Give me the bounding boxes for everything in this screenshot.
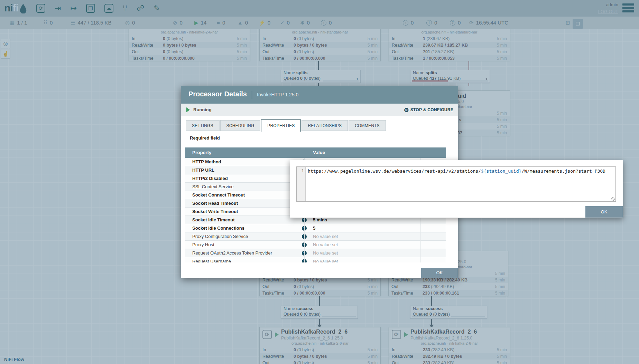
run-status-text: Running [193, 107, 212, 112]
column-value: Value [313, 147, 325, 158]
nifi-app: org.apache.nifi - nifi-kafka-2-6-nar In0… [0, 0, 639, 364]
running-play-icon [186, 107, 192, 112]
expression-variable: station_uuid [487, 169, 519, 174]
resize-handle-icon[interactable] [611, 197, 615, 201]
dialog-header: Processor Details InvokeHTTP 1.25.0 [181, 86, 458, 104]
tab-scheduling[interactable]: SCHEDULING [220, 120, 261, 131]
title-separator [252, 91, 252, 99]
gear-icon: ⚙ [404, 107, 409, 113]
dialog-ok-button[interactable]: OK [421, 268, 458, 278]
editor-ok-button[interactable]: OK [585, 206, 623, 218]
dialog-title: Processor Details [188, 90, 247, 98]
column-property: Property [192, 147, 212, 158]
dialog-subtitle: InvokeHTTP 1.25.0 [257, 92, 298, 97]
line-number-gutter: 1 [297, 167, 306, 201]
tab-underline [186, 132, 453, 132]
line-number: 1 [301, 168, 304, 173]
tab-settings[interactable]: SETTINGS [186, 120, 220, 131]
properties-table-header: Property Value [185, 147, 446, 158]
tab-comments[interactable]: COMMENTS [349, 120, 386, 131]
property-row-oauth2-provider[interactable]: Request OAuth2 Access Token Provider?No … [185, 249, 446, 257]
property-row-proxy-configuration-service[interactable]: Proxy Configuration Service?No value set [185, 232, 446, 241]
dialog-tabs: SETTINGS SCHEDULING PROPERTIES RELATIONS… [186, 120, 386, 132]
property-row-request-username[interactable]: Request Username?No value set [185, 257, 446, 262]
required-field-note: Required field [190, 135, 220, 141]
value-editor-area[interactable]: 1 https://www.pegelonline.wsv.de/webserv… [296, 166, 616, 202]
property-row-proxy-host[interactable]: Proxy Host?No value set [185, 241, 446, 249]
tab-properties[interactable]: PROPERTIES [261, 119, 301, 132]
expression-open: ${ [481, 169, 487, 174]
property-value-editor: 1 https://www.pegelonline.wsv.de/webserv… [290, 160, 623, 218]
property-row-socket-idle-connections[interactable]: Socket Idle Connections?5 [185, 224, 446, 232]
dialog-status-row: Running ⚙STOP & CONFIGURE [181, 104, 458, 116]
tab-relationships[interactable]: RELATIONSHIPS [302, 120, 348, 131]
stop-and-configure-button[interactable]: ⚙STOP & CONFIGURE [404, 107, 453, 113]
value-editor-input[interactable]: https://www.pegelonline.wsv.de/webservic… [306, 167, 615, 201]
